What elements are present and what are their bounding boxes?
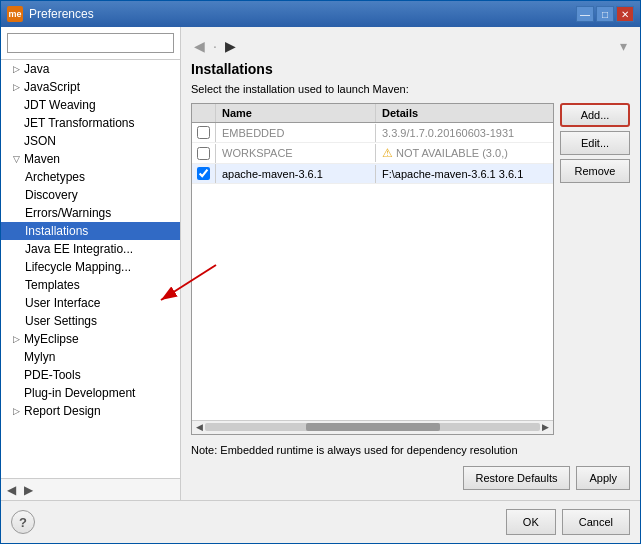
expand-arrow: ▷ [13, 82, 20, 92]
sidebar-item-label: Mylyn [24, 350, 55, 364]
sidebar-item-label: Discovery [25, 188, 78, 202]
action-buttons: OK Cancel [506, 509, 630, 535]
main-content: ▷ Java ▷ JavaScript ▷ JDT Weaving ▷ JET … [1, 27, 640, 500]
sidebar-item-templates[interactable]: Templates [1, 276, 180, 294]
maximize-button[interactable]: □ [596, 6, 614, 22]
sidebar-item-label: MyEclipse [24, 332, 79, 346]
panel-description: Select the installation used to launch M… [191, 83, 630, 95]
col-header-check [192, 104, 216, 122]
search-box [1, 27, 180, 60]
sidebar-item-java[interactable]: ▷ Java [1, 60, 180, 78]
window-title: Preferences [29, 7, 576, 21]
sidebar-item-javascript[interactable]: ▷ JavaScript [1, 78, 180, 96]
table-header: Name Details [192, 104, 553, 123]
sidebar-item-label: Templates [25, 278, 80, 292]
sidebar-item-report-design[interactable]: ▷ Report Design [1, 402, 180, 420]
edit-button[interactable]: Edit... [560, 131, 630, 155]
tree-area: ▷ Java ▷ JavaScript ▷ JDT Weaving ▷ JET … [1, 60, 180, 478]
left-panel: ▷ Java ▷ JavaScript ▷ JDT Weaving ▷ JET … [1, 27, 181, 500]
sidebar-item-maven[interactable]: ▽ Maven [1, 150, 180, 168]
sidebar-item-java-ee[interactable]: Java EE Integratio... [1, 240, 180, 258]
sidebar-item-label: JDT Weaving [24, 98, 96, 112]
close-button[interactable]: ✕ [616, 6, 634, 22]
sidebar-item-mylyn[interactable]: ▷ Mylyn [1, 348, 180, 366]
left-nav: ◀ ▶ [1, 478, 180, 500]
sidebar-item-myeclipse[interactable]: ▷ MyEclipse [1, 330, 180, 348]
warning-icon: ⚠ [382, 146, 393, 160]
note-text: Note: Embedded runtime is always used fo… [191, 444, 518, 456]
sidebar-item-label: JavaScript [24, 80, 80, 94]
sidebar-item-label: Plug-in Development [24, 386, 135, 400]
sidebar-item-archetypes[interactable]: Archetypes [1, 168, 180, 186]
nav-sep: · [210, 37, 220, 55]
sidebar-item-label: Report Design [24, 404, 101, 418]
horizontal-scrollbar[interactable]: ◀ ▶ [192, 420, 553, 434]
row-name-embedded: EMBEDDED [216, 124, 376, 142]
sidebar-item-label: Maven [24, 152, 60, 166]
checkbox-embedded[interactable] [197, 126, 210, 139]
sidebar-item-json[interactable]: ▷ JSON [1, 132, 180, 150]
scrollbar-thumb[interactable] [306, 423, 440, 431]
sidebar-item-plugin-development[interactable]: ▷ Plug-in Development [1, 384, 180, 402]
expand-arrow: ▷ [13, 64, 20, 74]
side-buttons: Add... Edit... Remove [560, 103, 630, 435]
sidebar-item-lifecycle[interactable]: Lifecycle Mapping... [1, 258, 180, 276]
sidebar-item-user-interface[interactable]: User Interface [1, 294, 180, 312]
table-row[interactable]: WORKSPACE ⚠NOT AVAILABLE (3.0,) [192, 143, 553, 164]
expand-arrow: ▷ [13, 334, 20, 344]
restore-apply-bar: Restore Defaults Apply [191, 466, 630, 490]
checkbox-apache[interactable] [197, 167, 210, 180]
sidebar-item-pde-tools[interactable]: ▷ PDE-Tools [1, 366, 180, 384]
row-name-workspace: WORKSPACE [216, 144, 376, 162]
note-area: Note: Embedded runtime is always used fo… [191, 443, 630, 458]
cancel-button[interactable]: Cancel [562, 509, 630, 535]
checkbox-workspace[interactable] [197, 147, 210, 160]
sidebar-item-label: Errors/Warnings [25, 206, 111, 220]
remove-button[interactable]: Remove [560, 159, 630, 183]
scrollbar-track[interactable] [205, 423, 540, 431]
row-checkbox-embedded[interactable] [192, 123, 216, 142]
row-name-apache: apache-maven-3.6.1 [216, 165, 376, 183]
nav-forward-btn[interactable]: ▶ [22, 481, 35, 499]
row-details-apache: F:\apache-maven-3.6.1 3.6.1 [376, 165, 553, 183]
table-row[interactable]: apache-maven-3.6.1 F:\apache-maven-3.6.1… [192, 164, 553, 184]
row-details-embedded: 3.3.9/1.7.0.20160603-1931 [376, 124, 553, 142]
install-area: Name Details EMBEDDED 3.3.9/1.7.0.201606… [191, 103, 630, 435]
ok-button[interactable]: OK [506, 509, 556, 535]
sidebar-item-label: Lifecycle Mapping... [25, 260, 131, 274]
nav-dropdown-icon[interactable]: ▾ [617, 37, 630, 55]
table-body: EMBEDDED 3.3.9/1.7.0.20160603-1931 WORKS… [192, 123, 553, 420]
nav-next-icon[interactable]: ▶ [222, 37, 239, 55]
sidebar-item-label: Installations [25, 224, 88, 238]
sidebar-item-jdt-weaving[interactable]: ▷ JDT Weaving [1, 96, 180, 114]
scroll-left-icon[interactable]: ◀ [194, 422, 205, 432]
sidebar-item-label: Archetypes [25, 170, 85, 184]
row-checkbox-apache[interactable] [192, 164, 216, 183]
scroll-right-icon[interactable]: ▶ [540, 422, 551, 432]
nav-prev-icon[interactable]: ◀ [191, 37, 208, 55]
help-button[interactable]: ? [11, 510, 35, 534]
sidebar-item-label: JSON [24, 134, 56, 148]
row-details-workspace: ⚠NOT AVAILABLE (3.0,) [376, 143, 553, 163]
search-input[interactable] [7, 33, 174, 53]
table-row[interactable]: EMBEDDED 3.3.9/1.7.0.20160603-1931 [192, 123, 553, 143]
panel-nav: ◀ · ▶ ▾ [191, 37, 630, 55]
preferences-window: me Preferences — □ ✕ ▷ Java ▷ JavaScript [0, 0, 641, 544]
sidebar-item-installations[interactable]: Installations [1, 222, 180, 240]
sidebar-item-label: User Interface [25, 296, 100, 310]
sidebar-item-discovery[interactable]: Discovery [1, 186, 180, 204]
installations-table: Name Details EMBEDDED 3.3.9/1.7.0.201606… [191, 103, 554, 435]
expand-arrow: ▷ [13, 406, 20, 416]
bottom-bar: ? OK Cancel [1, 500, 640, 543]
sidebar-item-user-settings[interactable]: User Settings [1, 312, 180, 330]
row-checkbox-workspace[interactable] [192, 144, 216, 163]
app-icon: me [7, 6, 23, 22]
title-bar: me Preferences — □ ✕ [1, 1, 640, 27]
restore-defaults-button[interactable]: Restore Defaults [463, 466, 571, 490]
sidebar-item-jet-transformations[interactable]: ▷ JET Transformations [1, 114, 180, 132]
add-button[interactable]: Add... [560, 103, 630, 127]
minimize-button[interactable]: — [576, 6, 594, 22]
apply-button[interactable]: Apply [576, 466, 630, 490]
sidebar-item-errors-warnings[interactable]: Errors/Warnings [1, 204, 180, 222]
nav-back-btn[interactable]: ◀ [5, 481, 18, 499]
